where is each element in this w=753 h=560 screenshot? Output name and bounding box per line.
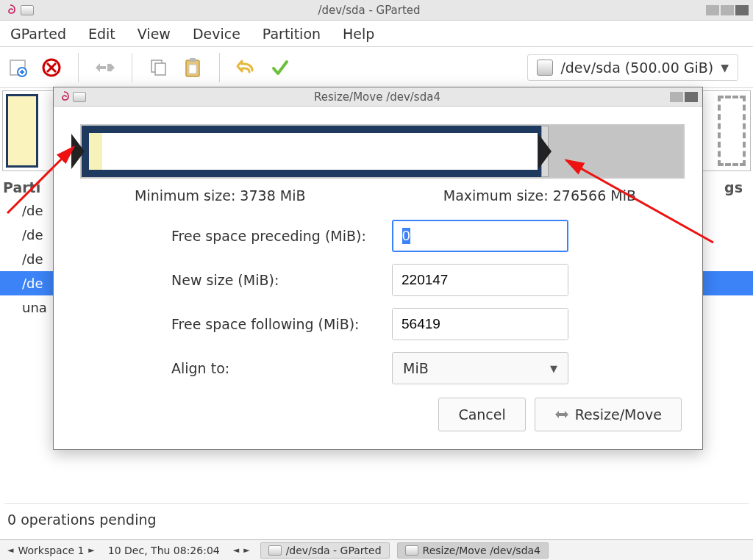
- window-minimize-button[interactable]: [706, 5, 719, 15]
- toolbar-separator: [78, 53, 79, 82]
- undo-icon[interactable]: [236, 57, 257, 78]
- workspace-switcher[interactable]: ◄ Workspace 1 ►: [4, 545, 98, 556]
- toolbar: /dev/sda (500.00 GiB) ▼: [0, 47, 753, 88]
- svg-rect-7: [190, 58, 196, 62]
- dialog-button-row: Cancel Resize/Move: [438, 398, 682, 431]
- align-to-label: Align to:: [171, 360, 392, 376]
- paste-icon[interactable]: [182, 57, 203, 78]
- align-to-select[interactable]: MiB ▼: [392, 352, 568, 384]
- toolbar-separator: [132, 53, 132, 82]
- resize-icon: [554, 408, 569, 421]
- delete-partition-icon[interactable]: [41, 57, 62, 78]
- resize-move-dialog: Resize/Move /dev/sda4 Minimum size: 3738…: [53, 87, 703, 450]
- align-to-value: MiB: [403, 360, 429, 376]
- svg-rect-5: [155, 63, 165, 75]
- menu-edit[interactable]: Edit: [88, 26, 115, 42]
- os-logo-icon: [58, 91, 70, 103]
- slider-handle-right-icon[interactable]: [538, 134, 552, 169]
- slider-min-region: [89, 133, 102, 170]
- free-preceding-field[interactable]: [393, 221, 568, 251]
- taskbar-clock: 10 Dec, Thu 08:26:04: [105, 545, 223, 556]
- slider-handle-left-icon[interactable]: [71, 134, 85, 169]
- size-slider[interactable]: [71, 124, 685, 179]
- chevron-down-icon: ▼: [721, 62, 729, 73]
- device-selector[interactable]: /dev/sda (500.00 GiB) ▼: [527, 54, 738, 81]
- disk-icon: [537, 60, 553, 76]
- app-icon: [405, 545, 418, 556]
- resize-move-icon[interactable]: [95, 57, 115, 78]
- menu-gparted[interactable]: GParted: [10, 26, 66, 42]
- workspace-label: Workspace 1: [18, 545, 84, 556]
- app-icon: [268, 545, 282, 556]
- dialog-close-button[interactable]: [685, 92, 698, 102]
- arrow-left-icon[interactable]: ◄: [7, 545, 13, 555]
- slider-track[interactable]: [80, 124, 685, 179]
- resize-form: Free space preceding (MiB): − + New size…: [171, 220, 636, 384]
- menu-help[interactable]: Help: [343, 26, 374, 42]
- toolbar-separator: [219, 53, 220, 82]
- main-titlebar: /dev/sda - GParted: [0, 0, 753, 21]
- partition-col-left: Parti: [3, 179, 40, 195]
- slider-used-region: [82, 126, 545, 177]
- svg-rect-3: [107, 64, 110, 71]
- resize-move-button-label: Resize/Move: [575, 406, 662, 423]
- status-bar: 0 operations pending: [4, 503, 749, 535]
- device-selector-label: /dev/sda (500.00 GiB): [560, 60, 713, 76]
- min-size-label: Minimum size: 3738 MiB: [135, 187, 305, 204]
- app-icon: [21, 5, 34, 15]
- free-following-label: Free space following (MiB):: [171, 316, 392, 332]
- taskbar-item-label: Resize/Move /dev/sda4: [423, 545, 540, 556]
- partition-col-right: gs: [724, 179, 743, 195]
- new-partition-icon[interactable]: [7, 57, 28, 78]
- arrow-left-icon[interactable]: ◄: [233, 545, 239, 555]
- new-size-field[interactable]: [393, 265, 568, 295]
- resize-move-button[interactable]: Resize/Move: [535, 398, 682, 431]
- size-limits: Minimum size: 3738 MiB Maximum size: 276…: [54, 186, 702, 211]
- taskbar-item-gparted[interactable]: /dev/sda - GParted: [260, 542, 390, 559]
- new-size-label: New size (MiB):: [171, 272, 392, 288]
- dialog-title: Resize/Move /dev/sda4: [86, 90, 668, 104]
- free-preceding-label: Free space preceding (MiB):: [171, 228, 392, 244]
- window-close-button[interactable]: [735, 5, 749, 15]
- arrow-right-icon[interactable]: ►: [243, 545, 249, 555]
- window-title: /dev/sda - GParted: [34, 4, 704, 17]
- taskbar: ◄ Workspace 1 ► 10 Dec, Thu 08:26:04 ◄ ►…: [0, 539, 753, 560]
- taskbar-item-label: /dev/sda - GParted: [286, 545, 382, 556]
- cancel-button[interactable]: Cancel: [438, 398, 525, 431]
- taskbar-item-dialog[interactable]: Resize/Move /dev/sda4: [397, 542, 549, 559]
- new-size-input[interactable]: − +: [392, 264, 568, 296]
- partition-block-unallocated[interactable]: [718, 96, 746, 166]
- os-logo-icon: [4, 4, 16, 16]
- free-preceding-input[interactable]: − +: [392, 220, 568, 252]
- window-maximize-button[interactable]: [721, 5, 734, 15]
- dialog-minimize-button[interactable]: [670, 92, 683, 102]
- menu-device[interactable]: Device: [193, 26, 240, 42]
- chevron-down-icon: ▼: [550, 363, 557, 374]
- dialog-titlebar: Resize/Move /dev/sda4: [54, 87, 702, 107]
- apply-icon[interactable]: [270, 57, 290, 78]
- max-size-label: Maximum size: 276566 MiB: [443, 187, 636, 204]
- arrow-right-icon[interactable]: ►: [88, 545, 94, 555]
- menubar: GParted Edit View Device Partition Help: [0, 21, 753, 47]
- copy-icon[interactable]: [149, 57, 169, 78]
- free-following-input[interactable]: − +: [392, 308, 568, 340]
- menu-partition[interactable]: Partition: [263, 26, 321, 42]
- partition-block-left[interactable]: [6, 94, 38, 168]
- cancel-button-label: Cancel: [458, 406, 505, 423]
- svg-rect-8: [189, 65, 196, 73]
- free-following-field[interactable]: [393, 309, 568, 340]
- app-icon: [73, 92, 86, 102]
- menu-view[interactable]: View: [138, 26, 171, 42]
